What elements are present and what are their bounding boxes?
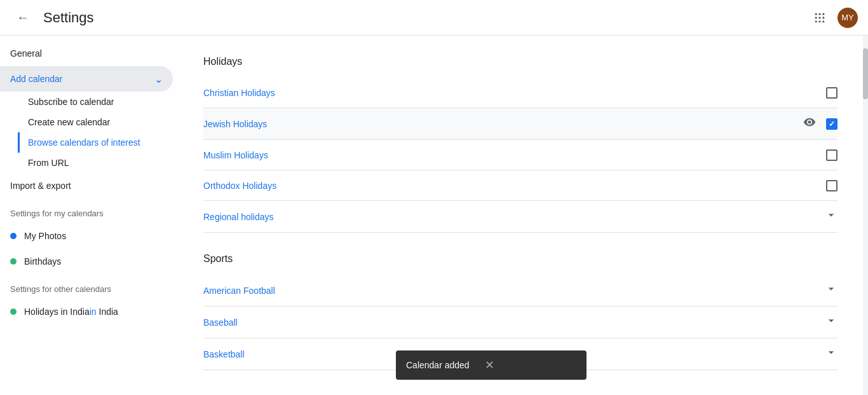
svg-point-5 — [822, 17, 824, 18]
page-title: Settings — [43, 10, 94, 26]
svg-point-0 — [815, 13, 817, 15]
birthdays-dot — [10, 258, 17, 265]
svg-point-7 — [818, 20, 820, 22]
svg-point-3 — [815, 17, 817, 18]
sidebar: General Add calendar ⌄ Subscribe to cale… — [0, 36, 178, 395]
baseball-row: Baseball — [203, 307, 837, 338]
add-calendar-label: Add calendar — [10, 74, 63, 84]
holidays-india-label: Holidays in Indiain India — [24, 307, 118, 317]
avatar[interactable]: MY — [837, 8, 858, 28]
apps-button[interactable] — [807, 5, 832, 31]
layout: General Add calendar ⌄ Subscribe to cale… — [0, 36, 868, 395]
holidays-section: Holidays Christian Holidays Jewish Holid… — [203, 56, 837, 233]
snackbar: Calendar added ✕ — [396, 350, 587, 380]
muslim-holidays-checkbox[interactable] — [826, 149, 837, 161]
american-football-row: American Football — [203, 275, 837, 307]
jewish-holidays-checkbox[interactable] — [826, 118, 837, 130]
orthodox-holidays-row: Orthodox Holidays — [203, 170, 837, 201]
apps-icon — [813, 11, 826, 24]
create-label: Create new calendar — [28, 117, 110, 127]
eye-icon[interactable] — [803, 116, 816, 132]
muslim-holidays-name: Muslim Holidays — [203, 150, 826, 160]
jewish-holidays-row: Jewish Holidays — [203, 108, 837, 140]
my-photos-dot — [10, 233, 17, 239]
birthdays-label: Birthdays — [24, 256, 61, 267]
svg-point-1 — [818, 13, 820, 15]
svg-point-8 — [822, 20, 824, 22]
header-left: ← Settings — [10, 5, 94, 31]
holidays-section-title: Holidays — [203, 56, 837, 67]
sidebar-item-general[interactable]: General — [0, 41, 173, 66]
main-content: Holidays Christian Holidays Jewish Holid… — [178, 36, 863, 395]
american-football-chevron-icon[interactable] — [825, 282, 837, 298]
back-button[interactable]: ← — [10, 5, 36, 31]
sidebar-item-birthdays[interactable]: Birthdays — [0, 249, 173, 274]
regional-holidays-name: Regional holidays — [203, 212, 825, 222]
holidays-india-dot — [10, 308, 17, 315]
chevron-up-icon: ⌄ — [154, 73, 163, 85]
sidebar-item-my-photos[interactable]: My Photos — [0, 223, 173, 249]
url-label: From URL — [28, 158, 69, 168]
christian-holidays-name: Christian Holidays — [203, 88, 826, 98]
sports-section-title: Sports — [203, 253, 837, 265]
baseball-chevron-icon[interactable] — [825, 314, 837, 330]
snackbar-text: Calendar added — [406, 360, 470, 370]
orthodox-holidays-name: Orthodox Holidays — [203, 181, 826, 191]
general-label: General — [10, 48, 42, 59]
sidebar-item-add-calendar[interactable]: Add calendar ⌄ — [0, 66, 173, 92]
header-right: MY — [807, 5, 858, 31]
sidebar-sub-item-url[interactable]: From URL — [18, 153, 173, 173]
sidebar-item-import-export[interactable]: Import & export — [0, 173, 173, 198]
import-export-label: Import & export — [10, 181, 71, 191]
header: ← Settings MY — [0, 0, 868, 36]
subscribe-label: Subscribe to calendar — [28, 97, 114, 107]
sidebar-item-holidays-india[interactable]: Holidays in Indiain India — [0, 299, 173, 324]
sidebar-sub-item-browse[interactable]: Browse calendars of interest — [18, 132, 173, 153]
baseball-name: Baseball — [203, 317, 825, 328]
scrollbar-thumb[interactable] — [863, 48, 868, 99]
settings-my-calendars-header: Settings for my calendars — [0, 198, 178, 223]
american-football-name: American Football — [203, 286, 825, 296]
sidebar-sub-item-subscribe[interactable]: Subscribe to calendar — [18, 92, 173, 112]
back-icon: ← — [17, 10, 29, 25]
basketball-chevron-icon[interactable] — [825, 346, 837, 362]
regional-holidays-row: Regional holidays — [203, 201, 837, 233]
svg-point-6 — [815, 20, 817, 22]
sidebar-sub-item-create[interactable]: Create new calendar — [18, 112, 173, 132]
orthodox-holidays-checkbox[interactable] — [826, 180, 837, 191]
browse-label: Browse calendars of interest — [28, 137, 140, 148]
muslim-holidays-row: Muslim Holidays — [203, 140, 837, 170]
christian-holidays-row: Christian Holidays — [203, 78, 837, 108]
svg-point-4 — [818, 17, 820, 18]
christian-holidays-checkbox[interactable] — [826, 87, 837, 99]
scrollbar-track[interactable] — [863, 36, 868, 395]
jewish-holidays-name: Jewish Holidays — [203, 119, 803, 129]
sidebar-sub-items: Subscribe to calendar Create new calenda… — [0, 92, 178, 173]
settings-other-calendars-header: Settings for other calendars — [0, 274, 178, 299]
regional-chevron-icon[interactable] — [825, 209, 837, 225]
svg-point-2 — [822, 13, 824, 15]
snackbar-close-button[interactable]: ✕ — [485, 359, 494, 371]
my-photos-label: My Photos — [24, 231, 66, 241]
